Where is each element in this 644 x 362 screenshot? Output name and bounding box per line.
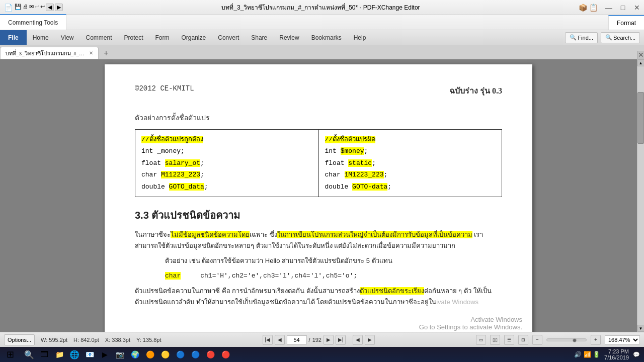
view-single[interactable]: ▭ [476, 335, 486, 345]
col1-line3: char M11223_223; [141, 171, 204, 178]
page-total: 192 [312, 337, 321, 343]
nav-prev[interactable]: ◀ [275, 335, 285, 345]
taskbar-edge-icon[interactable]: 🌐 [67, 347, 82, 361]
tab-close-all[interactable]: ✕ [637, 51, 644, 59]
nav-next[interactable]: ▶ [324, 335, 334, 345]
clock[interactable]: 7:23 PM 7/16/2019 [604, 348, 629, 360]
page-input[interactable] [287, 335, 307, 344]
nav-last[interactable]: ▶| [336, 335, 346, 345]
scrollbar-thumb[interactable] [637, 92, 644, 144]
nav-back[interactable]: ◀ [353, 335, 363, 345]
statusbar-left: Options... W: 595.2pt H: 842.0pt X: 338.… [4, 334, 162, 345]
system-tray-icons: 🔊 📶 🔋 [574, 351, 600, 358]
doc-width: W: 595.2pt [41, 337, 67, 343]
scrollbar-down[interactable]: ▼ [637, 325, 645, 332]
col2-line4: double GOTO-data; [325, 183, 392, 191]
taskbar-icon2[interactable]: 🟡 [158, 347, 172, 361]
zoom-out[interactable]: − [532, 335, 542, 345]
pdf-header: ©2012 CE-KMITL ฉบับร่าง รุ่น 0.3 [135, 84, 502, 97]
taskbar-icon3[interactable]: 🔵 [173, 347, 187, 361]
taskbar-icon6[interactable]: 🔴 [218, 347, 232, 361]
menu-file[interactable]: File [0, 30, 27, 45]
menu-share[interactable]: Share [245, 30, 273, 45]
zoom-select[interactable]: 168.47% 100% 150% 200% [605, 335, 640, 344]
menu-review[interactable]: Review [273, 30, 305, 45]
zoom-in[interactable]: + [591, 335, 601, 345]
nav-forward[interactable]: ▶ [365, 335, 375, 345]
col1-line1: int _money; [141, 147, 185, 155]
view-scroll[interactable]: ☰ [504, 335, 514, 345]
view-double[interactable]: ▯▯ [490, 335, 500, 345]
taskbar-explorer-icon[interactable]: 📁 [52, 347, 66, 361]
col2-title: //ตั้งชื่อตัวแปรผิด [325, 136, 376, 143]
paragraph2: ตัวอย่าง เช่น ต้องการใช้ข้อความว่า Hello… [165, 255, 502, 266]
col2-line1: int $money; [325, 147, 368, 155]
taskbar-icon1[interactable]: 🟠 [143, 347, 157, 361]
doc-height: H: 842.0pt [73, 337, 99, 343]
view-facing[interactable]: ⊟ [518, 335, 528, 345]
section-title: ตัวอย่างการตั้งชื่อตัวแปร [135, 112, 502, 123]
new-tab-button[interactable]: + [101, 48, 112, 59]
col1-line4: double GOTO_data; [141, 183, 208, 191]
zoom-slider[interactable] [546, 338, 587, 341]
pdf-header-left: ©2012 CE-KMITL [135, 84, 194, 97]
paragraph3: ตัวแปรชนิดข้อความในภาษาซี คือ การนำอักษร… [135, 286, 502, 308]
search-icon: 🔍 [605, 34, 612, 41]
menu-form[interactable]: Form [149, 30, 176, 45]
pdf-header-right: ฉบับร่าง รุ่น 0.3 [449, 84, 502, 97]
title-text: บทที่_3_วิทยาซีโปรแกรมกม_#_การตำแหน่งทที… [221, 4, 420, 11]
commenting-tools-tab[interactable]: Commenting Tools [0, 14, 66, 30]
menu-organize[interactable]: Organize [176, 30, 212, 45]
table-row: //ตั้งชื่อตัวแปรถูกต้อง int _money; floa… [135, 130, 502, 197]
page-separator: / [309, 337, 310, 343]
taskbar-taskview-icon[interactable]: 🗔 [37, 347, 51, 361]
menubar: File Home View Comment Protect Form Orga… [0, 30, 644, 45]
menu-home[interactable]: Home [27, 30, 55, 45]
options-button[interactable]: Options... [4, 334, 35, 345]
search-button[interactable]: 🔍 Search... [601, 32, 640, 43]
scrollbar-up[interactable]: ▲ [637, 59, 645, 66]
statusbar: Options... W: 595.2pt H: 842.0pt X: 338.… [0, 332, 644, 347]
tab-label: บทที่_3_วิทยาซีโปรแกรมกม_#_การตำแหน่งทที… [6, 49, 86, 58]
pdf-area: ©2012 CE-KMITL ฉบับร่าง รุ่น 0.3 ตัวอย่า… [0, 59, 637, 332]
section-header-33: 3.3 ตัวแปรชนิดข้อความ [135, 207, 502, 223]
code-table: //ตั้งชื่อตัวแปรถูกต้อง int _money; floa… [135, 129, 502, 197]
col1-title: //ตั้งชื่อตัวแปรถูกต้อง [141, 136, 203, 143]
taskbar-pinned-icons: 🔍 🗔 📁 🌐 📧 ▶ 📷 🌍 🟠 🟡 🔵 🔵 🔴 🔴 [20, 347, 234, 361]
menu-comment[interactable]: Comment [79, 30, 118, 45]
date-display: 7/16/2019 [604, 354, 629, 360]
quick-access-icons: 💾 🖨 ✉ ↩ ↩ ◀ ▶ [15, 4, 63, 11]
menu-view[interactable]: View [55, 30, 80, 45]
document-tab[interactable]: บทที่_3_วิทยาซีโปรแกรมกม_#_การตำแหน่งทที… [0, 47, 99, 59]
commenting-tools-bar: Commenting Tools Format [0, 15, 644, 30]
close-button[interactable]: ✕ [630, 2, 644, 13]
nav-first[interactable]: |◀ [263, 335, 273, 345]
app-icon: 📄 [4, 4, 13, 12]
minimize-button[interactable]: — [602, 2, 616, 13]
tabbar: บทที่_3_วิทยาซีโปรแกรมกม_#_การตำแหน่งทที… [0, 45, 644, 59]
menu-bookmarks[interactable]: Bookmarks [305, 30, 348, 45]
right-scrollbar[interactable]: ▲ ▼ [637, 59, 644, 332]
menu-help[interactable]: Help [348, 30, 372, 45]
format-tab[interactable]: Format [608, 15, 644, 30]
titlebar-left: 📄 💾 🖨 ✉ ↩ ↩ ◀ ▶ [0, 4, 63, 12]
start-button[interactable]: ⊞ [0, 347, 20, 362]
menu-protect[interactable]: Protect [118, 30, 149, 45]
menu-convert[interactable]: Convert [212, 30, 245, 45]
statusbar-right: ▭ ▯▯ ☰ ⊟ − + 168.47% 100% 150% 200% [476, 335, 640, 345]
taskbar-mail-icon[interactable]: 📧 [83, 347, 97, 361]
taskbar-icon4[interactable]: 🔵 [188, 347, 202, 361]
taskbar-search-icon[interactable]: 🔍 [22, 347, 36, 361]
time-display: 7:23 PM [604, 348, 629, 354]
tab-close-btn[interactable]: ✕ [89, 50, 93, 56]
taskbar-icon5[interactable]: 🔴 [203, 347, 217, 361]
col1-line2: float salary_ot; [141, 159, 204, 167]
paragraph1: ในภาษาซีจะไม่มีข้อมูลชนิดข้อความโดยเฉพาะ… [135, 229, 502, 251]
taskbar-browser-icon[interactable]: 🌍 [128, 347, 142, 361]
taskbar-photos-icon[interactable]: 📷 [113, 347, 127, 361]
titlebar-right-icons: 📦 📋 [579, 4, 602, 12]
notification-icon[interactable]: 💬 [633, 351, 640, 358]
taskbar-media-icon[interactable]: ▶ [98, 347, 112, 361]
find-button[interactable]: 🔍 Find... [565, 32, 598, 43]
maximize-button[interactable]: □ [616, 2, 630, 13]
